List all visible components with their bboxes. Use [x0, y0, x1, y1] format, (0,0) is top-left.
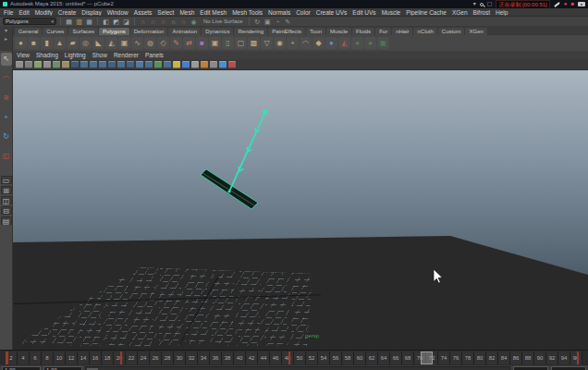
frame-cell[interactable]: 62: [366, 352, 378, 364]
frame-cell[interactable]: 26: [150, 352, 162, 364]
layout-pane-outliner[interactable]: ◫: [1, 196, 12, 204]
shelf-tab[interactable]: Dynamics: [202, 28, 233, 35]
frame-cell[interactable]: 40: [234, 352, 246, 364]
append-polygon-icon[interactable]: +: [287, 37, 299, 49]
frame-cell[interactable]: 54: [318, 352, 330, 364]
exposure-icon[interactable]: [173, 61, 180, 68]
animation-end-field[interactable]: [551, 366, 586, 370]
frame-cell[interactable]: 36: [210, 352, 222, 364]
shaded-icon[interactable]: [80, 61, 88, 68]
frame-cell[interactable]: 86: [510, 352, 522, 364]
reduce-icon[interactable]: ▽: [261, 37, 273, 49]
shelf-tab[interactable]: nCloth: [413, 28, 436, 35]
poly-torus-icon[interactable]: ◎: [80, 37, 92, 49]
rotate-tool[interactable]: ↻: [1, 130, 12, 143]
poly-helix-icon[interactable]: ∿: [131, 37, 143, 49]
shelf-tab[interactable]: XGen: [465, 28, 486, 35]
frame-cell[interactable]: 22: [126, 352, 138, 364]
sculpt-tool-icon[interactable]: ✎: [170, 37, 182, 49]
poly-soccer-ball-icon[interactable]: ◍: [144, 37, 156, 49]
layout-single-pane[interactable]: ▭: [1, 176, 12, 184]
shelf-tab[interactable]: Animation: [168, 28, 201, 35]
shelf-tab-switch-icon[interactable]: ▾: [5, 28, 7, 33]
menu-item[interactable]: Window: [107, 9, 129, 16]
layout-pane-persp-outliner[interactable]: ▤: [1, 216, 12, 225]
poly-pyramid-icon[interactable]: ◭: [105, 37, 117, 49]
frame-cell[interactable]: 56: [330, 352, 342, 364]
frame-cell[interactable]: 38: [222, 352, 234, 364]
frame-cell[interactable]: 52: [306, 352, 318, 364]
menu-item[interactable]: Normals: [268, 9, 290, 16]
menu-item[interactable]: Mesh: [179, 9, 194, 16]
resolution-gate-icon[interactable]: [191, 61, 199, 68]
frame-cell[interactable]: 10: [54, 352, 66, 364]
frame-cell[interactable]: 80: [474, 352, 486, 364]
use-lights-icon[interactable]: [99, 61, 106, 68]
menu-item[interactable]: Edit Mesh: [200, 9, 227, 16]
contrast-icon[interactable]: [182, 61, 190, 68]
gate-mask-icon[interactable]: [201, 61, 208, 68]
playback-end-field[interactable]: [513, 366, 548, 370]
shelf-tab[interactable]: nHair: [392, 28, 412, 35]
title-bar[interactable]: Autodesk Maya 2015: untitled* --- pCube2…: [0, 0, 588, 8]
layout-four-pane[interactable]: ⊞: [1, 186, 12, 194]
snap-to-plane-icon[interactable]: ∩: [169, 18, 178, 26]
menu-item[interactable]: Edit: [18, 9, 29, 16]
frame-cell[interactable]: 32: [186, 352, 198, 364]
select-tool[interactable]: ↖: [1, 53, 12, 66]
smooth-mesh-icon[interactable]: ●: [325, 37, 337, 49]
extrude-icon[interactable]: ◆: [312, 37, 325, 49]
frame-cell[interactable]: 60: [354, 352, 366, 364]
frame-cell[interactable]: 8: [42, 352, 54, 364]
frame-cell[interactable]: 16: [90, 352, 102, 364]
select-object-icon[interactable]: ◩: [112, 18, 120, 26]
menu-item[interactable]: Bifrost: [473, 9, 490, 16]
menu-item[interactable]: Mesh Tools: [232, 9, 263, 16]
ambient-occlusion-icon[interactable]: [117, 61, 125, 68]
animation-start-field[interactable]: 1.00: [2, 366, 41, 370]
frame-cell[interactable]: 44: [258, 352, 270, 364]
menu-item[interactable]: File: [4, 9, 13, 16]
shelf-tab[interactable]: PaintEffects: [268, 28, 305, 35]
bookmark-icon[interactable]: [43, 61, 51, 68]
textured-icon[interactable]: [90, 61, 97, 68]
frame-cell[interactable]: 58: [342, 352, 354, 364]
menu-item[interactable]: Create UVs: [316, 9, 348, 16]
safe-action-icon[interactable]: [210, 61, 217, 68]
poly-sphere-icon[interactable]: ●: [15, 37, 27, 49]
snap-to-point-icon[interactable]: ∩: [159, 18, 167, 26]
chevron-down-icon[interactable]: ▾: [473, 0, 476, 8]
shelf-tab[interactable]: Toon: [306, 28, 325, 35]
menu-item[interactable]: XGen: [452, 9, 468, 16]
shelf-tab[interactable]: Polygons: [99, 28, 129, 35]
poly-cone-icon[interactable]: ▲: [54, 37, 66, 49]
frame-cell[interactable]: 6: [30, 352, 42, 364]
mesh-display-icon[interactable]: ▣: [377, 37, 389, 49]
shelf-tab[interactable]: Fluids: [352, 28, 374, 35]
separate-icon[interactable]: ▯: [222, 37, 234, 49]
time-slider[interactable]: 2468101214161820222426283032343638404244…: [0, 350, 588, 365]
multi-cut-icon[interactable]: ◭: [338, 37, 350, 49]
frame-cell[interactable]: 50: [294, 352, 306, 364]
menu-item[interactable]: Help: [496, 9, 508, 16]
camera-icon[interactable]: [578, 2, 585, 6]
frame-cell[interactable]: 66: [390, 352, 402, 364]
panel-menu-item[interactable]: View: [17, 52, 30, 58]
render-view-icon[interactable]: ▣: [263, 18, 272, 26]
menu-set-selector[interactable]: Polygons ▾: [3, 18, 56, 25]
frame-cell[interactable]: 12: [66, 352, 78, 364]
poly-cylinder-icon[interactable]: ▮: [41, 37, 53, 49]
panel-menu-item[interactable]: Renderer: [114, 52, 139, 58]
frame-cell[interactable]: 94: [558, 352, 570, 364]
frame-cell[interactable]: 28: [162, 352, 174, 364]
frame-cell[interactable]: 78: [462, 352, 474, 364]
panel-menu-item[interactable]: Shading: [36, 52, 58, 58]
lock-camera-icon[interactable]: [25, 61, 32, 68]
current-time-marker[interactable]: [421, 352, 433, 364]
shelf-tab[interactable]: Deformation: [130, 28, 168, 35]
curve-display-icon[interactable]: [219, 61, 227, 68]
shelf-tab[interactable]: Rendering: [234, 28, 267, 35]
wireframe-icon[interactable]: [71, 61, 79, 68]
pencil-icon[interactable]: [554, 1, 560, 6]
range-slider-track[interactable]: [85, 366, 510, 370]
